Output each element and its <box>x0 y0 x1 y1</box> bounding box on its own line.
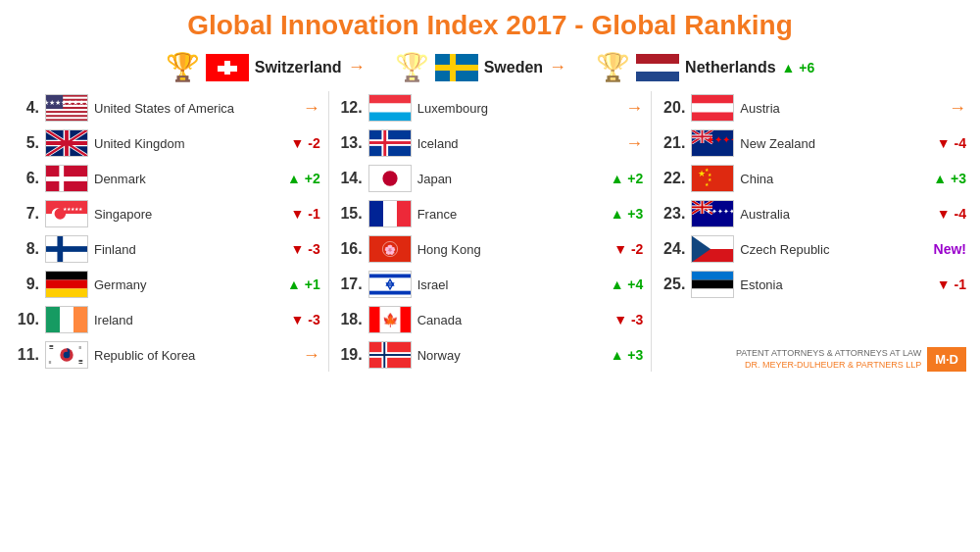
row-australia: 23. ✦✦✦✦✦ Australia ▼ -4 <box>656 197 970 230</box>
svg-text:✦✦✦✦✦: ✦✦✦✦✦ <box>706 208 733 215</box>
bronze-trend: ▲ +6 <box>782 60 815 75</box>
divider-2 <box>651 91 652 372</box>
svg-rect-41 <box>46 307 60 333</box>
svg-rect-81 <box>692 95 733 104</box>
france-flag <box>368 200 412 227</box>
svg-rect-8 <box>636 72 679 81</box>
svg-rect-113 <box>692 272 733 280</box>
svg-rect-7 <box>636 64 679 72</box>
estonia-flag <box>691 271 734 298</box>
row-usa: 4. ★★★★★★★★★★★★★★★★★★★★★★★★★★★★★★★★★★★★★… <box>10 91 324 125</box>
china-flag: ★ ★ ★ ★ ★ <box>691 165 734 192</box>
svg-rect-82 <box>692 104 733 113</box>
row-israel: 17. Israel ▲ +4 <box>333 268 648 301</box>
svg-rect-80 <box>369 354 411 356</box>
sweden-flag <box>435 54 478 81</box>
canada-flag: 🍁 <box>368 306 412 333</box>
silver-trophy-icon: 🏆 <box>395 51 429 83</box>
svg-point-46 <box>64 352 71 359</box>
silver-trend-arrow: → <box>549 57 566 77</box>
medal-1: 🏆 Switzerland → <box>166 51 366 83</box>
svg-rect-42 <box>60 307 74 333</box>
bronze-country: Netherlands <box>685 59 775 76</box>
svg-rect-38 <box>46 272 87 280</box>
silver-country: Sweden <box>484 59 543 76</box>
medal-2: 🏆 Sweden → <box>395 51 566 83</box>
newzealand-flag: ✦✦✦✦ <box>691 129 734 157</box>
svg-rect-114 <box>692 280 733 289</box>
svg-rect-62 <box>383 201 397 227</box>
row-france: 15. France ▲ +3 <box>333 197 648 230</box>
row-norway: 19. Norway ▲ +3 <box>333 338 648 372</box>
netherlands-flag <box>636 54 679 81</box>
svg-rect-29 <box>46 176 87 181</box>
footer-area: PATENT ATTORNEYS & ATTORNEYS AT LAW DR. … <box>656 339 970 372</box>
svg-rect-13 <box>46 109 87 111</box>
svg-rect-73 <box>369 307 380 333</box>
row-luxembourg: 12. Luxembourg → <box>333 91 648 125</box>
australia-flag: ✦✦✦✦✦ <box>691 200 734 227</box>
czech-flag <box>691 235 734 263</box>
svg-text:≡: ≡ <box>49 360 52 365</box>
switzerland-flag <box>206 54 249 81</box>
finland-flag <box>45 235 88 263</box>
divider-1 <box>328 91 329 372</box>
bronze-trophy-icon: 🏆 <box>596 51 630 83</box>
svg-rect-63 <box>397 201 411 227</box>
svg-rect-14 <box>46 113 87 115</box>
singapore-flag: ★★★★★ <box>45 200 88 227</box>
svg-rect-69 <box>369 291 411 295</box>
svg-text:★★★★★★★★★★★★★★★★★★★★★★★★★★★★★★: ★★★★★★★★★★★★★★★★★★★★★★★★★★★★★★★★★★★★★★★★… <box>46 99 87 106</box>
column-1: 4. ★★★★★★★★★★★★★★★★★★★★★★★★★★★★★★★★★★★★★… <box>10 91 324 372</box>
svg-rect-39 <box>46 280 87 289</box>
row-uk: 5. United Kingdom ▼ -2 <box>10 126 324 160</box>
row-newzealand: 21. ✦✦✦✦ New Zealand ▼ -4 <box>656 126 970 160</box>
row-estonia: 25. Estonia ▼ -1 <box>656 268 970 301</box>
row-iceland: 13. Iceland → <box>333 126 648 160</box>
svg-rect-83 <box>692 112 733 121</box>
gold-trophy-icon: 🏆 <box>166 51 200 83</box>
patent-text: PATENT ATTORNEYS & ATTORNEYS AT LAW DR. … <box>736 347 921 372</box>
row-hongkong: 16. 🌸 Hong Kong ▼ -2 <box>333 232 648 266</box>
usa-flag: ★★★★★★★★★★★★★★★★★★★★★★★★★★★★★★★★★★★★★★★★… <box>45 94 88 122</box>
svg-rect-58 <box>369 141 411 144</box>
svg-text:≡: ≡ <box>78 345 81 350</box>
svg-text:✦✦✦✦: ✦✦✦✦ <box>707 134 733 145</box>
svg-rect-4 <box>435 65 478 71</box>
row-austria: 20. Austria → <box>656 91 970 125</box>
svg-rect-37 <box>46 246 87 252</box>
rankings: 4. ★★★★★★★★★★★★★★★★★★★★★★★★★★★★★★★★★★★★★… <box>0 91 980 372</box>
korea-flag: ☰ ≡ ≡ ☰ <box>45 341 88 369</box>
row-germany: 9. Germany ▲ +1 <box>10 268 324 301</box>
gold-country: Switzerland <box>255 59 342 76</box>
austria-flag <box>691 94 734 122</box>
svg-rect-74 <box>400 307 411 333</box>
row-ireland: 10. Ireland ▼ -3 <box>10 303 324 336</box>
top-medals: 🏆 Switzerland → 🏆 Sweden → 🏆 Netherlands <box>0 47 980 91</box>
svg-rect-5 <box>450 54 456 81</box>
svg-rect-115 <box>692 288 733 297</box>
gold-trend-arrow: → <box>348 57 366 77</box>
svg-rect-15 <box>46 117 87 119</box>
column-2: 12. Luxembourg → 13. <box>333 91 648 372</box>
iceland-flag <box>368 129 412 157</box>
svg-rect-53 <box>369 112 411 121</box>
japan-flag <box>368 165 412 192</box>
row-czech: 24. Czech Republic New! <box>656 232 970 266</box>
md-logo: M·D <box>927 347 966 372</box>
denmark-flag <box>45 165 88 192</box>
page-title: Global Innovation Index 2017 - Global Ra… <box>0 0 980 47</box>
svg-rect-40 <box>46 288 87 297</box>
svg-point-60 <box>382 171 397 185</box>
germany-flag <box>45 271 88 298</box>
svg-text:🍁: 🍁 <box>381 312 398 328</box>
svg-rect-6 <box>636 54 679 64</box>
medal-3: 🏆 Netherlands ▲ +6 <box>596 51 814 83</box>
svg-rect-43 <box>74 307 87 333</box>
luxembourg-flag <box>368 94 412 122</box>
column-3: 20. Austria → 21. <box>656 91 970 372</box>
svg-text:🌸: 🌸 <box>384 244 396 256</box>
svg-rect-52 <box>369 104 411 113</box>
svg-rect-61 <box>369 201 383 227</box>
svg-rect-51 <box>369 95 411 104</box>
